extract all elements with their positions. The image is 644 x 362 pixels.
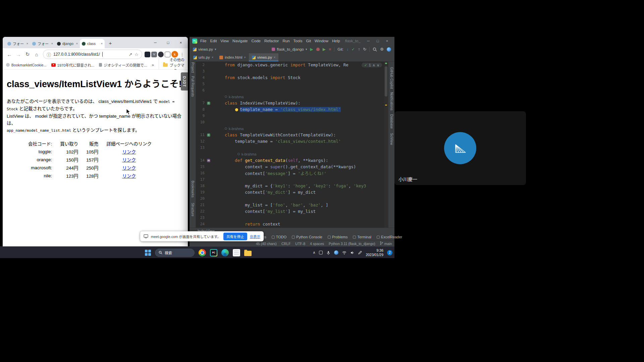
search-icon[interactable] — [373, 47, 377, 52]
tab-close-icon[interactable]: × — [26, 42, 28, 45]
tray-app-icon[interactable] — [319, 251, 323, 254]
tool-window-button[interactable]: Project — [191, 62, 195, 73]
tool-window-button[interactable]: TODO — [272, 235, 287, 239]
code-line[interactable]: 5 — [196, 81, 388, 87]
tool-window-button[interactable]: Pull Requests — [191, 76, 195, 97]
code-line[interactable]: 14m def get_context_data(self, **kwargs)… — [196, 157, 388, 164]
wifi-icon[interactable] — [342, 251, 346, 255]
browser-menu-icon[interactable]: ⋮ — [179, 52, 185, 57]
detail-link[interactable]: リンク — [122, 174, 136, 179]
browser-tab[interactable]: class× — [80, 39, 105, 48]
status-item[interactable]: Python 3.11 (flask_to_django) — [329, 242, 375, 246]
chrome-taskbar-icon[interactable] — [199, 249, 206, 256]
participant-tile[interactable]: 小川慶一 — [394, 111, 526, 185]
tab-close-icon[interactable]: × — [274, 56, 275, 59]
extension-icon[interactable]: V — [151, 52, 157, 57]
code-line[interactable]: 19 context['my_dict'] = my_dict — [196, 189, 388, 195]
tool-window-button[interactable]: ExcelReader — [377, 235, 402, 239]
code-line[interactable]: 9 — [196, 113, 388, 119]
code-line[interactable]: 7Cclass IndexView(TemplateView): — [196, 100, 388, 106]
menu-git[interactable]: Git — [306, 39, 311, 43]
menu-refactor[interactable]: Refactor — [264, 39, 279, 43]
forward-button[interactable]: → — [14, 52, 22, 57]
volume-icon[interactable] — [350, 251, 354, 255]
tray-chevron-icon[interactable]: ∧ — [313, 250, 315, 255]
tab-close-icon[interactable]: × — [76, 42, 78, 45]
extension-icon[interactable] — [158, 52, 164, 57]
next-issue-icon[interactable]: ∨ — [377, 63, 379, 67]
share-icon[interactable]: ↗ — [128, 52, 132, 57]
detail-link[interactable]: リンク — [122, 166, 136, 171]
code-line[interactable]: 23 — [196, 215, 388, 221]
address-bar[interactable]: ⓘ 127.0.0.1:8000/class/list1/ ↗ ☆ — [43, 50, 142, 59]
hide-link[interactable]: 非表示 — [250, 234, 261, 239]
tool-window-button[interactable]: Structure — [191, 203, 195, 217]
tool-window-button[interactable]: SciView — [390, 133, 393, 145]
django-debug-toolbar-handle[interactable]: DJDT — [181, 72, 188, 90]
minimize-button[interactable]: ─ — [149, 41, 162, 45]
code-line[interactable]: 21 my_list = ['foo', 'bar', 'baz', ] — [196, 202, 388, 208]
notepad-taskbar-icon[interactable] — [233, 249, 240, 256]
tab-close-icon[interactable]: × — [51, 42, 53, 45]
tool-window-button[interactable]: Python Console — [292, 235, 322, 239]
search-box[interactable]: 検索 — [155, 249, 195, 257]
stop-sharing-button[interactable]: 共有を停止 — [223, 233, 247, 240]
tool-window-button[interactable]: GitHub Copilot — [390, 67, 393, 89]
start-button[interactable] — [145, 250, 151, 256]
navigation-bar[interactable]: views.py ▾ — [193, 47, 216, 51]
maximize-button[interactable]: □ — [373, 39, 382, 43]
browser-tab[interactable]: フォー× — [30, 39, 55, 48]
stop-button[interactable]: ■ — [329, 47, 331, 51]
code-annotation[interactable]: k-brahma — [196, 125, 388, 132]
code-line[interactable]: 18 my_dict = {'key1': 'hoge', 'key2': 'f… — [196, 183, 388, 189]
new-tab-button[interactable]: + — [106, 39, 115, 47]
bookmarks-overflow-chevron[interactable]: » — [152, 63, 154, 67]
site-info-icon[interactable]: ⓘ — [47, 51, 51, 58]
tool-window-button[interactable]: Problems — [328, 235, 347, 239]
pen-icon[interactable] — [358, 251, 362, 255]
code-line[interactable]: 11Cclass TemplateViewWithContext(Templat… — [196, 132, 388, 138]
status-item[interactable]: 4 spaces — [310, 242, 324, 246]
git-update-icon[interactable]: ↓ — [346, 47, 348, 51]
inspection-widget[interactable]: ✓ 1 ∧ ∨ — [362, 63, 382, 67]
code-line[interactable]: 17 — [196, 176, 388, 183]
code-line[interactable]: 20 — [196, 195, 388, 202]
tab-close-icon[interactable]: × — [101, 42, 103, 45]
code-line[interactable]: 22 context['my_list'] = my_list — [196, 208, 388, 215]
microphone-icon[interactable] — [326, 251, 330, 255]
code-annotation[interactable]: k-brahma — [196, 151, 388, 157]
tab-close-icon[interactable]: × — [212, 56, 213, 59]
tool-window-button[interactable]: Notifications — [390, 92, 393, 110]
menu-file[interactable]: File — [200, 39, 207, 43]
prev-issue-icon[interactable]: ∧ — [373, 63, 375, 67]
editor-tab[interactable]: views.py× — [249, 53, 278, 61]
code-line[interactable]: 13 — [196, 144, 388, 151]
code-line[interactable]: 10 — [196, 119, 388, 125]
back-button[interactable]: ← — [5, 52, 13, 57]
status-item[interactable]: UTF-8 — [295, 242, 305, 246]
settings-gear-icon[interactable]: ⚙ — [380, 47, 384, 51]
code-line[interactable]: 8 template_name = 'class_views/index.htm… — [196, 106, 388, 113]
code-line[interactable]: 4from stock.models import Stock — [196, 74, 388, 81]
editor-tab[interactable]: index.html× — [216, 53, 249, 61]
menu-tools[interactable]: Tools — [293, 39, 303, 43]
detail-link[interactable]: リンク — [122, 158, 136, 163]
code-line[interactable]: 6 — [196, 87, 388, 94]
bookmark-item[interactable]: 1970年代に録音され... — [51, 62, 95, 68]
tab-close-icon[interactable]: × — [244, 56, 246, 59]
file-explorer-icon[interactable] — [244, 251, 252, 256]
reload-button[interactable]: ↻ — [23, 51, 32, 57]
menu-edit[interactable]: Edit — [210, 39, 217, 43]
menu-run[interactable]: Run — [282, 39, 289, 43]
run-config-select[interactable]: flask_to_django ▾ — [272, 47, 307, 51]
menu-navigate[interactable]: Navigate — [232, 39, 248, 43]
side-panel-icon[interactable] — [165, 52, 170, 57]
ai-assistant-icon[interactable] — [387, 47, 391, 52]
extension-icon[interactable] — [145, 52, 150, 57]
git-commit-icon[interactable]: ✓ — [352, 47, 355, 51]
pycharm-taskbar-icon[interactable]: PC — [210, 249, 217, 256]
menu-code[interactable]: Code — [251, 39, 261, 43]
status-item[interactable]: main — [380, 241, 392, 246]
status-item[interactable]: 45 (40 chars) — [256, 242, 277, 246]
git-push-icon[interactable]: ↑ — [358, 47, 360, 51]
